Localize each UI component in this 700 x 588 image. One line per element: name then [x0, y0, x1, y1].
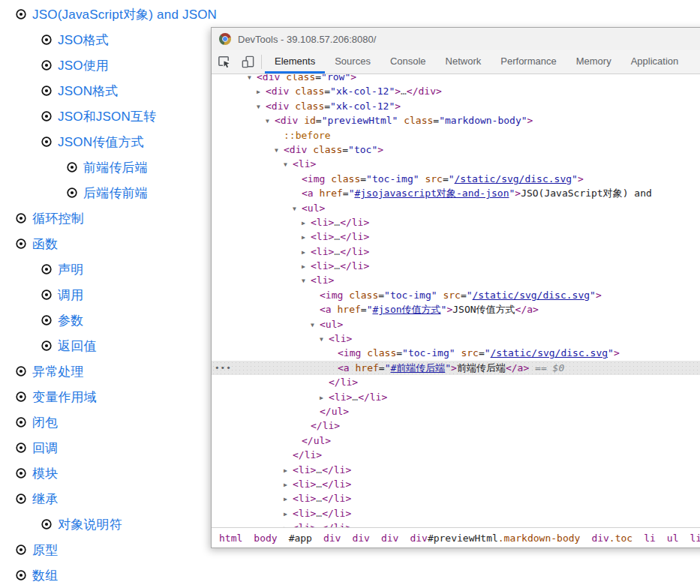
toc-link[interactable]: 模块: [32, 465, 58, 482]
tree-row[interactable]: ▼<li>: [212, 332, 700, 346]
tab-application[interactable]: Application: [621, 50, 689, 74]
toc-link[interactable]: 参数: [58, 312, 83, 329]
tree-row[interactable]: ▶<li>…</li>: [212, 215, 700, 230]
breadcrumb-item[interactable]: html: [219, 532, 242, 544]
tree-row[interactable]: </li>: [212, 448, 700, 462]
tab-performance[interactable]: Performance: [491, 50, 566, 74]
tree-row[interactable]: ▼<ul>: [212, 201, 700, 215]
toc-link[interactable]: 函数: [32, 236, 58, 253]
toc-link[interactable]: 数组: [32, 567, 58, 584]
tree-row[interactable]: ▼<div class="toc">: [212, 142, 700, 157]
toc-link[interactable]: 对象说明符: [58, 516, 122, 533]
toc-link[interactable]: 前端传后端: [83, 159, 148, 176]
code-token: <img: [338, 347, 361, 358]
collapsed-arrow-icon[interactable]: ▶: [302, 216, 311, 230]
tree-row[interactable]: </li>: [212, 418, 700, 433]
tree-row[interactable]: </li>: [212, 375, 700, 389]
tree-row[interactable]: ▶<li>…</li>: [212, 463, 700, 477]
tab-network[interactable]: Network: [436, 50, 491, 74]
breadcrumb-item[interactable]: div: [352, 532, 369, 544]
tab-memory[interactable]: Memory: [566, 50, 621, 74]
expanded-arrow-icon[interactable]: ▼: [320, 332, 329, 346]
tree-row[interactable]: ▼<div class="xk-col-12">: [212, 99, 700, 113]
toc-link[interactable]: JSON传值方式: [58, 134, 144, 151]
tree-row[interactable]: ▶<li>…</li>: [212, 244, 700, 259]
expanded-arrow-icon[interactable]: ▼: [266, 114, 275, 128]
tree-row[interactable]: ▼<li>: [212, 273, 700, 287]
tree-row[interactable]: ▶<li>…</li>: [212, 230, 700, 244]
expanded-arrow-icon[interactable]: ▼: [284, 158, 293, 172]
toc-link[interactable]: 继承: [32, 490, 58, 508]
code-token: >: [578, 173, 584, 184]
toc-link[interactable]: 闭包: [32, 414, 58, 431]
toc-link[interactable]: 回调: [32, 440, 58, 457]
breadcrumb-item[interactable]: #app: [289, 532, 312, 544]
tree-row[interactable]: <img class="toc-img" src="/static/svg/di…: [212, 346, 700, 360]
toc-link[interactable]: 返回值: [58, 338, 97, 355]
tree-row[interactable]: <a href="#json传值方式">JSON传值方式</a>: [212, 302, 700, 316]
breadcrumb-item[interactable]: div#previewHtml.markdown-body: [410, 532, 580, 544]
tree-row[interactable]: ▼<div id="previewHtml" class="markdown-b…: [212, 113, 700, 128]
expanded-arrow-icon[interactable]: ▼: [311, 318, 320, 332]
device-toolbar-icon[interactable]: [236, 50, 260, 74]
tree-row[interactable]: </ul>: [212, 434, 700, 448]
tree-row[interactable]: ▼<ul>: [212, 317, 700, 332]
breadcrumb-item[interactable]: div: [323, 532, 341, 544]
toc-link[interactable]: 异常处理: [32, 363, 84, 380]
more-actions-icon[interactable]: •••: [215, 361, 232, 375]
code-token: </li>: [322, 478, 351, 490]
collapsed-arrow-icon[interactable]: ▶: [302, 245, 311, 260]
tree-row[interactable]: ▶<div class="xk-col-12">…</div>: [212, 84, 700, 98]
code-token: =: [433, 115, 439, 126]
expanded-arrow-icon[interactable]: ▼: [248, 74, 257, 85]
collapsed-arrow-icon[interactable]: ▶: [257, 85, 266, 99]
breadcrumb-item[interactable]: li: [644, 532, 656, 544]
expanded-arrow-icon[interactable]: ▼: [275, 143, 284, 158]
toc-link[interactable]: 调用: [58, 286, 83, 304]
collapsed-arrow-icon[interactable]: ▶: [320, 391, 329, 405]
tree-row[interactable]: </ul>: [212, 404, 700, 418]
inspect-element-icon[interactable]: [212, 50, 236, 74]
breadcrumb-item[interactable]: div: [381, 532, 398, 544]
tree-row[interactable]: <img class="toc-img" src="/static/svg/di…: [212, 172, 700, 186]
collapsed-arrow-icon[interactable]: ▶: [284, 507, 293, 521]
tree-row[interactable]: ▶<li>…</li>: [212, 520, 700, 527]
expanded-arrow-icon[interactable]: ▼: [257, 100, 266, 114]
toc-link[interactable]: JSON格式: [58, 82, 119, 100]
collapsed-arrow-icon[interactable]: ▶: [284, 464, 293, 478]
expanded-arrow-icon[interactable]: ▼: [293, 202, 302, 216]
tree-row[interactable]: ▶<li>…</li>: [212, 506, 700, 520]
toc-link[interactable]: 声明: [58, 261, 83, 278]
toc-link[interactable]: 循环控制: [32, 210, 84, 227]
tab-sources[interactable]: Sources: [325, 50, 380, 74]
toc-link[interactable]: 原型: [32, 542, 58, 559]
collapsed-arrow-icon[interactable]: ▶: [302, 260, 311, 274]
tree-row[interactable]: <img class="toc-img" src="/static/svg/di…: [212, 288, 700, 302]
tree-row[interactable]: ▶<li>…</li>: [212, 390, 700, 404]
toc-link[interactable]: JSO格式: [58, 32, 109, 49]
toc-link[interactable]: JSO和JSON互转: [58, 108, 156, 125]
breadcrumb-item[interactable]: div.toc: [591, 532, 632, 544]
tree-row[interactable]: ▶<li>…</li>: [212, 491, 700, 506]
tree-row[interactable]: ▼<li>: [212, 157, 700, 171]
tree-row-selected[interactable]: •••<a href="#前端传后端">前端传后端</a> == $0: [212, 361, 700, 375]
breadcrumb-item[interactable]: li: [689, 532, 700, 544]
toc-link[interactable]: JSO(JavaScript对象) and JSON: [32, 6, 217, 23]
expanded-arrow-icon[interactable]: ▼: [302, 274, 311, 288]
collapsed-arrow-icon[interactable]: ▶: [302, 230, 311, 244]
tree-row[interactable]: ▶<li>…</li>: [212, 259, 700, 273]
toc-link[interactable]: JSO使用: [58, 57, 109, 74]
toc-link[interactable]: 后端传前端: [83, 184, 148, 202]
collapsed-arrow-icon[interactable]: ▶: [284, 492, 293, 506]
tree-row[interactable]: ▶<li>…</li>: [212, 477, 700, 491]
toc-link[interactable]: 变量作用域: [32, 388, 97, 406]
tree-row[interactable]: ▼<div class="row">: [212, 74, 700, 84]
tree-row[interactable]: ::before: [212, 128, 700, 142]
breadcrumb-item[interactable]: body: [254, 532, 277, 544]
collapsed-arrow-icon[interactable]: ▶: [284, 521, 293, 527]
collapsed-arrow-icon[interactable]: ▶: [284, 478, 293, 492]
breadcrumb-item[interactable]: ul: [667, 532, 679, 544]
tab-console[interactable]: Console: [380, 50, 436, 74]
tab-elements[interactable]: Elements: [265, 50, 325, 74]
tree-row[interactable]: <a href="#jsojavascript对象-and-json">JSO(…: [212, 186, 700, 200]
